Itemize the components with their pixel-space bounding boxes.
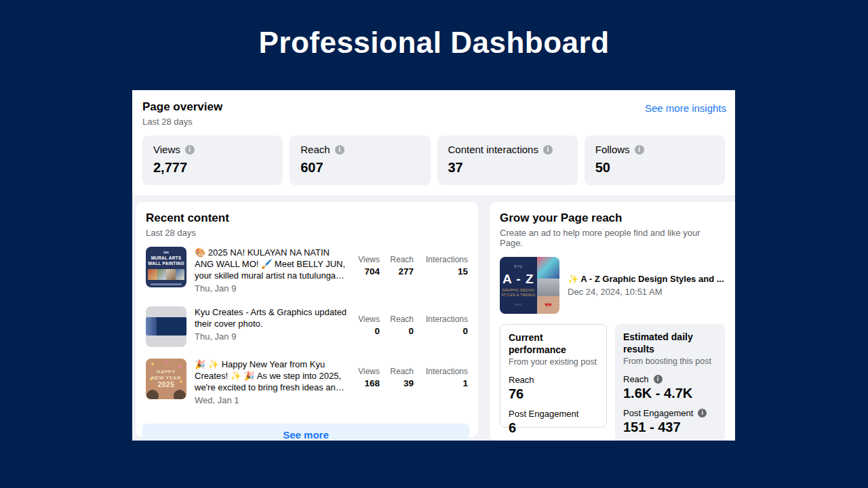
stat-value: 0 bbox=[420, 326, 468, 336]
engagement-label: Post Engagement bbox=[509, 409, 598, 419]
stat-label: Interactions bbox=[420, 255, 468, 264]
collage-block-middle bbox=[537, 279, 559, 296]
post-stats: Views 168 Reach 39 Interactions 1 bbox=[355, 367, 468, 388]
info-icon[interactable]: i bbox=[335, 145, 344, 155]
post-date: Thu, Jan 9 bbox=[195, 283, 347, 294]
ad-title: ✨ A - Z Graphic Design Styles and ... bbox=[568, 274, 724, 284]
metric-label-text: Reach bbox=[300, 144, 330, 155]
thumb-footer-line bbox=[151, 283, 182, 285]
page-overview-title: Page overview bbox=[142, 100, 222, 114]
stat-label: Reach bbox=[387, 314, 414, 324]
metric-card-views: Views i 2,777 bbox=[142, 136, 283, 185]
cover-photo-image bbox=[146, 317, 186, 336]
post-date: Thu, Jan 9 bbox=[195, 331, 347, 342]
metric-value: 50 bbox=[595, 160, 714, 176]
post-text-block: Kyu Creates - Arts & Graphics updated th… bbox=[195, 306, 347, 342]
performance-boxes-row: Current performance From your existing p… bbox=[500, 324, 725, 441]
collage-block-top bbox=[537, 257, 559, 279]
stat-interactions: Interactions 1 bbox=[420, 367, 468, 388]
info-icon[interactable]: i bbox=[635, 145, 644, 155]
post-list: MURAL ARTS WALL PAINTING 🎨 2025 NA! KULA… bbox=[146, 247, 468, 406]
page-overview-header: Page overview Last 28 days bbox=[142, 100, 222, 127]
reach-label-text: Reach bbox=[509, 375, 534, 385]
see-more-insights-link[interactable]: See more insights bbox=[645, 102, 726, 114]
metric-label: Content interactions i bbox=[448, 144, 567, 155]
stat-value: 1 bbox=[420, 378, 468, 388]
see-more-button[interactable]: See more bbox=[142, 424, 469, 441]
post-stats: Views 704 Reach 277 Interactions 15 bbox=[355, 255, 468, 277]
stat-reach: Reach 277 bbox=[387, 255, 414, 277]
thumb-brand: KYU bbox=[514, 265, 522, 268]
stat-label: Reach bbox=[387, 367, 414, 376]
thumb-subtitle: GRAPHIC DESIGN STYLES & TRENDS bbox=[501, 288, 535, 298]
current-performance-title: Current performance bbox=[509, 332, 598, 356]
ad-text-block: ✨ A - Z Graphic Design Styles and ... De… bbox=[568, 274, 724, 297]
overview-metric-row: Views i 2,777 Reach i 607 Content intera… bbox=[142, 136, 725, 185]
post-row-mural[interactable]: MURAL ARTS WALL PAINTING 🎨 2025 NA! KULA… bbox=[146, 247, 468, 295]
metric-card-reach: Reach i 607 bbox=[290, 136, 430, 185]
post-message: Kyu Creates - Arts & Graphics updated th… bbox=[195, 306, 347, 329]
stat-value: 277 bbox=[387, 266, 414, 277]
recent-content-title: Recent content bbox=[146, 211, 468, 225]
page-overview-subtitle: Last 28 days bbox=[142, 117, 222, 127]
engagement-label-text: Post Engagement bbox=[509, 409, 578, 419]
post-row-cover-photo[interactable]: Kyu Creates - Arts & Graphics updated th… bbox=[146, 306, 468, 347]
info-icon[interactable]: i bbox=[185, 145, 195, 155]
thumb-footer: KYU bbox=[515, 303, 521, 306]
info-icon[interactable]: i bbox=[654, 375, 663, 384]
stat-label: Views bbox=[355, 367, 380, 376]
post-message: 🎉 ✨ Happy New Year from Kyu Creates! ✨ 🎉… bbox=[195, 359, 347, 393]
ad-thumb-collage: ♥♥ bbox=[537, 257, 559, 314]
post-thumbnail-new-year: HAPPY NEW YEAR 2025 bbox=[146, 359, 186, 399]
stat-interactions: Interactions 0 bbox=[420, 314, 468, 336]
thumb-subtitle-line2: STYLES & TRENDS bbox=[501, 293, 535, 297]
reach-label: Reach i bbox=[623, 374, 717, 384]
thumb-text-line1: HAPPY bbox=[157, 369, 176, 375]
ad-thumbnail-az-design: KYU A - Z GRAPHIC DESIGN STYLES & TRENDS… bbox=[500, 257, 559, 314]
stat-value: 0 bbox=[355, 326, 380, 336]
thumb-text-line2: WALL PAINTING bbox=[148, 261, 184, 266]
reach-label: Reach bbox=[509, 375, 598, 385]
heart-glasses-icon: ♥♥ bbox=[537, 296, 559, 314]
reach-value: 76 bbox=[509, 386, 598, 402]
estimated-daily-results-box: Estimated daily results From boosting th… bbox=[615, 324, 725, 441]
metric-label-text: Content interactions bbox=[448, 144, 538, 155]
thumb-text-line1: MURAL ARTS bbox=[151, 256, 182, 260]
engagement-value: 6 bbox=[509, 420, 598, 436]
post-text-block: 🎨 2025 NA! KULAYAN NA NATIN ANG WALL MO!… bbox=[195, 247, 347, 295]
stat-views: Views 704 bbox=[355, 255, 380, 277]
stat-label: Reach bbox=[387, 255, 414, 264]
metric-label-text: Follows bbox=[595, 144, 630, 155]
engagement-label-text: Post Engagement bbox=[623, 408, 693, 418]
grow-subtitle: Create an ad to help more people find an… bbox=[500, 228, 725, 248]
info-icon[interactable]: i bbox=[543, 145, 553, 155]
thumb-face-left bbox=[146, 390, 159, 399]
reach-value: 1.6K - 4.7K bbox=[623, 386, 717, 401]
grow-title: Grow your Page reach bbox=[500, 211, 725, 225]
stat-label: Views bbox=[355, 255, 380, 264]
stat-value: 39 bbox=[387, 378, 414, 388]
ad-date: Dec 24, 2024, 10:51 AM bbox=[568, 287, 724, 297]
stat-label: Views bbox=[355, 314, 380, 324]
metric-label: Follows i bbox=[595, 144, 714, 155]
post-thumbnail-mural: MURAL ARTS WALL PAINTING bbox=[146, 247, 186, 287]
metric-value: 607 bbox=[300, 160, 419, 176]
metric-card-content-interactions: Content interactions i 37 bbox=[437, 136, 578, 185]
post-message: 🎨 2025 NA! KULAYAN NA NATIN ANG WALL MO!… bbox=[195, 247, 347, 281]
stat-label: Interactions bbox=[420, 314, 468, 324]
post-text-block: 🎉 ✨ Happy New Year from Kyu Creates! ✨ 🎉… bbox=[195, 359, 347, 407]
page-overview-section: Page overview Last 28 days See more insi… bbox=[132, 90, 735, 195]
stat-value: 15 bbox=[420, 266, 468, 277]
grow-page-reach-card: Grow your Page reach Create an ad to hel… bbox=[490, 202, 735, 441]
metric-label: Views i bbox=[153, 144, 272, 155]
thumb-photo-strip bbox=[148, 269, 184, 280]
info-icon[interactable]: i bbox=[698, 409, 707, 418]
engagement-value: 151 - 437 bbox=[623, 420, 717, 435]
stat-value: 704 bbox=[355, 266, 380, 277]
metric-label-text: Views bbox=[153, 144, 180, 155]
post-row-new-year[interactable]: HAPPY NEW YEAR 2025 🎉 ✨ Happy New Year f… bbox=[146, 359, 468, 407]
engagement-label: Post Engagement i bbox=[623, 408, 717, 418]
metric-value: 2,777 bbox=[153, 160, 272, 176]
post-date: Wed, Jan 1 bbox=[195, 394, 347, 406]
thumb-text-line2: NEW YEAR bbox=[151, 375, 180, 381]
